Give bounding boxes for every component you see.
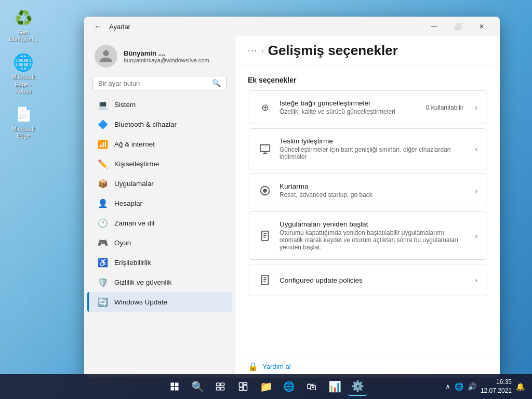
card-configured[interactable]: Configured update policies › — [248, 264, 487, 296]
page-title: Gelişmiş seçenekler — [268, 43, 398, 59]
hesaplar-icon: 👤 — [98, 198, 108, 208]
card-subtitle-teslim: Güncelleştirmeler için bant genişliği sı… — [280, 146, 468, 161]
edge-kopya-label: Microsoft Edge - Kopya — [7, 74, 39, 95]
card-teslim[interactable]: Teslim İyileştirme Güncelleştirmeler içi… — [248, 128, 487, 169]
settings-window: ← Ayarlar — ⬜ ✕ Bünyamin .... — [84, 17, 500, 378]
edge-taskbar-button[interactable]: 🌐 — [280, 377, 298, 396]
card-icon-istege: ⊕ — [258, 100, 272, 115]
breadcrumb-dots[interactable]: ··· — [248, 45, 257, 56]
window-title: Ayarlar — [109, 23, 130, 31]
sistem-icon: 💻 — [98, 99, 108, 110]
svg-rect-11 — [240, 383, 243, 387]
sidebar-item-label: Windows Update — [114, 298, 167, 306]
settings-taskbar-button[interactable]: ⚙️ — [348, 377, 367, 396]
sidebar-item-label: Hesaplar — [114, 200, 142, 207]
widgets-button[interactable] — [234, 377, 252, 396]
notification-icon[interactable]: 🔔 — [515, 381, 526, 392]
card-title-kurtarma: Kurtarma — [280, 182, 468, 190]
volume-icon[interactable]: 🔊 — [467, 381, 477, 392]
sidebar-item-label: Erişilebilirlik — [114, 259, 151, 267]
chevron-icon: › — [475, 103, 477, 112]
chevron-icon: › — [475, 187, 477, 195]
sidebar-item-label: Oyun — [114, 239, 131, 247]
main-content: ··· › Gelişmiş seçenekler Ek seçenekler … — [235, 36, 500, 378]
sidebar-item-hesaplar[interactable]: 👤 Hesaplar — [87, 193, 232, 213]
maximize-button[interactable]: ⬜ — [446, 17, 470, 36]
sidebar-item-zaman[interactable]: 🕐 Zaman ve dil — [87, 213, 232, 233]
titlebar: ← Ayarlar — ⬜ ✕ — [84, 17, 500, 36]
office-button[interactable]: 📊 — [325, 377, 344, 396]
svg-rect-0 — [260, 144, 270, 151]
card-istege-bagli[interactable]: ⊕ İsteğe bağlı güncelleştirmeler Özellik… — [248, 90, 487, 124]
ag-icon: 📶 — [98, 139, 108, 149]
close-button[interactable]: ✕ — [470, 17, 494, 36]
sidebar-item-oyun[interactable]: 🎮 Oyun — [87, 233, 232, 252]
sidebar-item-erisebilirlik[interactable]: ♿ Erişilebilirlik — [87, 252, 232, 272]
clock-date: 12.07.2021 — [481, 387, 512, 395]
desktop-icons: ♻️ Geri Dönüşüm... 🌐 Microsoft Edge - Ko… — [5, 5, 42, 141]
minimize-button[interactable]: — — [422, 17, 446, 36]
profile-email: bunyaminkaya@windowslive.com — [124, 57, 209, 63]
edge-icon[interactable]: 📄 Microsoft Edge — [5, 102, 42, 141]
card-icon-kurtarma — [258, 183, 272, 198]
card-title-uygulamalari: Uygulamaları yeniden başlat — [280, 220, 468, 228]
sidebar-item-kisisel[interactable]: ✏️ Kişiselleştirme — [87, 154, 232, 174]
gizlilik-icon: 🛡️ — [98, 277, 108, 287]
card-subtitle-uygulamalari: Oturumu kapattığımda yeniden başlatılabi… — [280, 229, 468, 251]
sidebar-item-uygulamalar[interactable]: 📦 Uygulamalar — [87, 174, 232, 193]
card-kurtarma[interactable]: Kurtarma Reset, advanced startup, go bac… — [248, 174, 487, 207]
sidebar-item-bluetooth[interactable]: 🔷 Bluetooth & cihazlar — [87, 114, 232, 134]
sidebar: Bünyamin .... bunyaminkaya@windowslive.c… — [84, 36, 235, 378]
card-title-teslim: Teslim İyileştirme — [280, 137, 468, 145]
svg-rect-10 — [221, 388, 224, 390]
taskbar-right: ∧ 🌐 🔊 16:35 12.07.2021 🔔 — [444, 378, 526, 395]
help-link[interactable]: Yardım al — [262, 363, 291, 370]
task-view-button[interactable] — [211, 377, 230, 396]
chevron-icon: › — [475, 145, 477, 153]
sidebar-item-label: Kişiselleştirme — [114, 160, 159, 168]
clock-time: 16:35 — [481, 378, 512, 387]
profile-section[interactable]: Bünyamin .... bunyaminkaya@windowslive.c… — [84, 36, 235, 74]
help-icon: 🔒 — [248, 362, 258, 371]
sidebar-item-gizlilik[interactable]: 🛡️ Gizlilik ve güvenlik — [87, 272, 232, 292]
sidebar-item-sistem[interactable]: 💻 Sistem — [87, 95, 232, 114]
svg-rect-14 — [244, 385, 247, 391]
network-icon[interactable]: 🌐 — [454, 381, 464, 392]
chevron-up-icon[interactable]: ∧ — [444, 381, 451, 392]
card-icon-teslim — [258, 142, 272, 156]
taskbar-clock[interactable]: 16:35 12.07.2021 — [481, 378, 512, 395]
card-subtitle-kurtarma: Reset, advanced startup, go back — [280, 191, 468, 198]
explorer-button[interactable]: 📁 — [257, 377, 275, 396]
svg-rect-8 — [221, 383, 224, 385]
kisisel-icon: ✏️ — [98, 158, 108, 169]
sidebar-item-windows-update[interactable]: 🔄 Windows Update — [87, 292, 232, 312]
start-button[interactable] — [165, 377, 184, 396]
uygulamalar-icon: 📦 — [98, 178, 108, 189]
search-input[interactable] — [98, 79, 208, 87]
search-box[interactable]: 🔍 — [92, 76, 227, 90]
card-title-configured: Configured update policies — [280, 276, 468, 284]
recycle-bin-icon[interactable]: ♻️ Geri Dönüşüm... — [5, 5, 42, 45]
breadcrumb: ··· › Gelişmiş seçenekler — [235, 36, 500, 65]
erisebilirlik-icon: ♿ — [98, 257, 108, 268]
sidebar-item-label: Ağ & internet — [114, 140, 155, 148]
back-button[interactable]: ← — [90, 19, 105, 34]
desktop: ♻️ Geri Dönüşüm... 🌐 Microsoft Edge - Ko… — [0, 0, 532, 399]
store-button[interactable]: 🛍 — [302, 377, 321, 396]
recycle-bin-image: ♻️ — [13, 7, 34, 28]
content-area: Ek seçenekler ⊕ İsteğe bağlı güncelleşti… — [235, 65, 500, 355]
edge-kopya-icon[interactable]: 🌐 Microsoft Edge - Kopya — [5, 50, 42, 97]
window-body: Bünyamin .... bunyaminkaya@windowslive.c… — [84, 36, 500, 378]
bluetooth-icon: 🔷 — [98, 119, 108, 129]
sidebar-item-label: Zaman ve dil — [114, 219, 154, 227]
zaman-icon: 🕐 — [98, 218, 108, 228]
card-uygulamalari[interactable]: Uygulamaları yeniden başlat Oturumu kapa… — [248, 211, 487, 260]
svg-rect-7 — [217, 383, 220, 385]
taskbar-center: 🔍 📁 🌐 🛍 📊 ⚙️ — [165, 377, 367, 396]
recycle-bin-label: Geri Dönüşüm... — [7, 29, 39, 43]
sidebar-item-ag[interactable]: 📶 Ağ & internet — [87, 134, 232, 154]
section-title: Ek seçenekler — [248, 76, 487, 84]
chevron-icon: › — [475, 232, 477, 240]
search-taskbar-button[interactable]: 🔍 — [188, 377, 207, 396]
card-icon-uygulamalari — [258, 229, 272, 243]
